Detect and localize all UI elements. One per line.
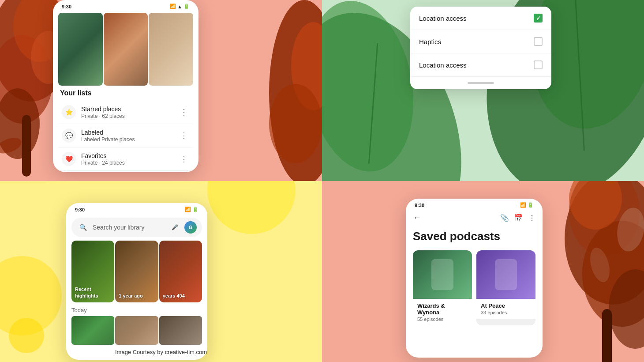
labeled-icon: 💬	[62, 128, 76, 143]
phone-header-podcasts: ← 📎 📅 ⋮	[406, 210, 543, 226]
list-item-starred[interactable]: ⭐ Starred places Private · 62 places ⋮	[58, 101, 193, 124]
photo-person1	[104, 13, 148, 86]
cell-top-right: Location access Haptics Location access	[322, 0, 644, 181]
tile-recent[interactable]: Recent highlights	[71, 241, 114, 302]
podcast-name-2: At Peace	[481, 302, 531, 309]
main-grid: 9:30 📶 ▲ 🔋 Your lists ⭐ Star	[0, 0, 644, 362]
podcast-card-1[interactable]: Wizards & Wynona 55 episodes	[413, 250, 472, 325]
calendar-icon[interactable]: 📅	[514, 214, 523, 222]
tile-label-recent: Recent highlights	[75, 286, 111, 299]
favorites-icon: ❤️	[62, 152, 76, 166]
today-photo-2[interactable]	[115, 316, 158, 345]
settings-label-location2: Location access	[419, 61, 467, 69]
podcast-figure-1	[431, 259, 453, 290]
signal-icon: ▲	[177, 4, 182, 9]
search-actions: 🎤 G	[168, 221, 197, 234]
phone-maps: 9:30 📶 ▲ 🔋 Your lists ⭐ Star	[53, 0, 198, 172]
yellow-circle-top	[207, 181, 296, 234]
memory-tiles: Recent highlights 1 year ago years 494	[71, 241, 202, 302]
status-bar-br: 9:30 📶 🔋	[406, 199, 543, 210]
checkbox-haptics[interactable]	[534, 37, 543, 46]
svg-point-19	[582, 221, 644, 327]
photo-grid	[58, 13, 193, 86]
podcast-figure-2	[495, 259, 517, 290]
list-info-starred: Starred places Private · 62 places	[81, 106, 178, 119]
svg-point-6	[0, 135, 23, 157]
more-icon[interactable]: ⋮	[528, 214, 535, 222]
svg-point-3	[0, 88, 40, 159]
settings-item-haptics[interactable]: Haptics	[410, 30, 551, 53]
cell-top-left: 9:30 📶 ▲ 🔋 Your lists ⭐ Star	[0, 0, 322, 181]
today-grid	[71, 316, 202, 345]
time-bl: 9:30	[75, 207, 85, 212]
watermark: Image Courtesy by creative-tim.com	[115, 349, 207, 355]
podcast-info-1: Wizards & Wynona 55 episodes	[413, 299, 472, 325]
lists-section: Your lists ⭐ Starred places Private · 62…	[53, 89, 198, 171]
podcast-art-1	[413, 250, 472, 299]
back-icon[interactable]: ←	[413, 213, 421, 222]
yellow-circle-small	[9, 318, 44, 353]
podcast-art-2	[476, 250, 535, 299]
checkbox-location2[interactable]	[534, 60, 543, 69]
attachment-icon[interactable]: 📎	[500, 214, 509, 222]
status-icons-br: 📶 🔋	[520, 202, 534, 208]
avatar-icon[interactable]: G	[184, 221, 197, 234]
tile-label-2year: years 494	[163, 293, 198, 299]
today-label: Today	[71, 307, 202, 313]
status-icons-bl: 📶 🔋	[185, 207, 198, 212]
list-more-starred[interactable]: ⋮	[178, 106, 190, 119]
settings-label-haptics: Haptics	[419, 38, 441, 45]
svg-point-18	[569, 181, 640, 256]
list-name-favorites: Favorites	[81, 152, 178, 159]
battery-icon-br: 🔋	[528, 202, 534, 208]
search-bar[interactable]: 🔍 Search your library 🎤 G	[71, 218, 202, 237]
list-name-labeled: Labeled	[81, 129, 178, 136]
wifi-icon: 📶	[170, 4, 176, 9]
list-item-favorites[interactable]: ❤️ Favorites Private · 24 places ⋮	[58, 147, 193, 171]
svg-rect-22	[602, 309, 612, 362]
photo-garden	[58, 13, 103, 86]
list-item-labeled[interactable]: 💬 Labeled Labeled Private places ⋮	[58, 124, 193, 147]
podcasts-title: Saved podcasts	[406, 226, 543, 250]
today-photo-3[interactable]	[159, 316, 202, 345]
tree-decoration-br	[525, 181, 644, 362]
tile-2year[interactable]: years 494	[159, 241, 202, 302]
list-info-favorites: Favorites Private · 24 places	[81, 152, 178, 166]
time-br: 9:30	[415, 203, 424, 208]
list-more-favorites[interactable]: ⋮	[178, 152, 190, 166]
settings-label-location: Location access	[419, 15, 467, 22]
photo-person2	[149, 13, 193, 86]
status-icons-tl: 📶 ▲ 🔋	[170, 4, 190, 9]
checkbox-location[interactable]	[534, 14, 543, 23]
search-placeholder: Search your library	[93, 224, 165, 231]
mic-icon[interactable]: 🎤	[168, 221, 181, 234]
settings-item-location[interactable]: Location access	[410, 7, 551, 30]
today-section: Today	[66, 307, 207, 345]
list-meta-starred: Private · 62 places	[81, 113, 178, 119]
podcast-episodes-1: 55 episodes	[417, 317, 468, 322]
tile-1year[interactable]: 1 year ago	[115, 241, 158, 302]
list-name-starred: Starred places	[81, 106, 178, 113]
svg-point-10	[269, 84, 322, 163]
cell-bottom-right: 9:30 📶 🔋 ← 📎 📅 ⋮ Saved podcasts	[322, 181, 644, 362]
wifi-icon-bl: 📶	[185, 207, 191, 212]
svg-point-21	[609, 269, 644, 349]
search-icon: 🔍	[77, 221, 89, 234]
scroll-bar	[468, 82, 494, 84]
header-actions: 📎 📅 ⋮	[500, 214, 535, 222]
time-tl: 9:30	[62, 4, 71, 9]
swirl-decoration-tl	[251, 0, 322, 181]
svg-point-17	[565, 181, 644, 305]
svg-point-20	[569, 181, 622, 230]
status-bar-bl: 9:30 📶 🔋	[66, 203, 207, 214]
wifi-icon-br: 📶	[520, 202, 526, 208]
podcast-name-1: Wizards & Wynona	[417, 302, 468, 316]
list-more-labeled[interactable]: ⋮	[178, 129, 190, 142]
settings-item-location2[interactable]: Location access	[410, 53, 551, 77]
list-meta-labeled: Labeled Private places	[81, 136, 178, 143]
starred-icon: ⭐	[62, 105, 76, 119]
lists-title: Your lists	[58, 89, 193, 97]
battery-icon-bl: 🔋	[192, 207, 198, 212]
today-photo-1[interactable]	[71, 316, 114, 345]
podcast-card-2[interactable]: At Peace 33 episodes	[476, 250, 535, 325]
